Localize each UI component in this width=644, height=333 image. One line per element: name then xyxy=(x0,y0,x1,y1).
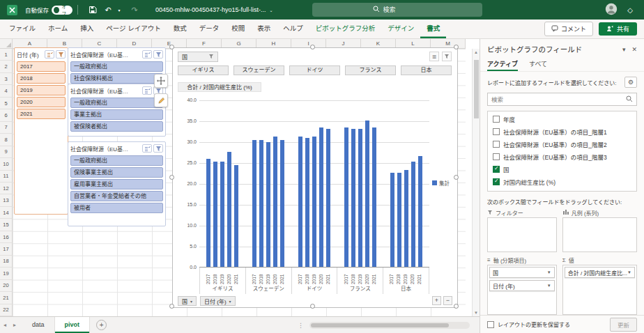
field-checkbox[interactable] xyxy=(493,178,500,185)
selection-handle[interactable] xyxy=(454,45,459,49)
bar[interactable] xyxy=(312,137,316,267)
collapse-button[interactable]: − xyxy=(443,296,452,305)
slicer-item[interactable]: 2019 xyxy=(17,85,66,95)
bar[interactable] xyxy=(418,156,422,267)
row-header[interactable]: 3 xyxy=(0,73,13,85)
axis-field-button[interactable]: 日付 (年)▾ xyxy=(200,296,236,306)
multiselect-icon[interactable] xyxy=(142,86,152,95)
bar[interactable] xyxy=(404,170,408,267)
selection-handle[interactable] xyxy=(454,304,459,309)
fields-search-box[interactable] xyxy=(487,93,637,106)
slicer-item[interactable]: 社会保険料拠出 xyxy=(70,73,163,84)
clear-filter-icon[interactable] xyxy=(56,50,66,59)
update-button[interactable]: 更新 xyxy=(610,318,637,332)
pivot-chart[interactable]: 国 ≣ イギリススウェーデンドイツフランス日本 合計 / 対国内総生産比 (%)… xyxy=(172,47,458,308)
field-checkbox[interactable] xyxy=(493,153,500,160)
legend-drop-area[interactable] xyxy=(562,217,637,252)
bar[interactable] xyxy=(234,165,238,267)
pane-tab-active[interactable]: アクティブ xyxy=(487,59,518,71)
row-header[interactable]: 21 xyxy=(0,292,13,304)
bar[interactable] xyxy=(390,173,394,267)
slicer-source-level2[interactable]: 社会保障財源（EU基… 一般政府拠出事業主拠出被保険者拠出 xyxy=(68,84,166,137)
search-input[interactable] xyxy=(383,6,422,13)
slicer-item[interactable]: 被保険者拠出 xyxy=(70,121,163,132)
row-header[interactable]: 7 xyxy=(0,122,13,134)
selection-handle[interactable] xyxy=(454,175,459,180)
field-list-item[interactable]: 社会保障財源（EU基準）の項目_階層3 xyxy=(488,150,636,163)
clear-filter-icon[interactable] xyxy=(153,50,163,59)
row-header[interactable]: 8 xyxy=(0,134,13,146)
slicer-source-level3[interactable]: 社会保障財源（EU基… 一般政府拠出保険事業主拠出雇用事業主拠出自営業者・年金受… xyxy=(68,141,166,226)
country-filter-button[interactable]: スウェーデン xyxy=(233,65,284,75)
row-header[interactable]: 18 xyxy=(0,256,13,268)
area-field-pill[interactable]: 合計 / 対国内総生産比...▼ xyxy=(565,267,635,278)
field-list-item[interactable]: 社会保障財源（EU基準）の項目_階層2 xyxy=(488,138,636,150)
row-header[interactable]: 15 xyxy=(0,219,13,231)
expand-button[interactable]: + xyxy=(432,296,441,305)
ribbon-tab[interactable]: 校閲 xyxy=(225,20,251,38)
country-filter-button[interactable]: 日本 xyxy=(401,65,452,75)
move-handle-icon[interactable] xyxy=(154,74,168,88)
area-field-pill[interactable]: 国▼ xyxy=(489,267,555,278)
bar[interactable] xyxy=(220,162,224,267)
field-list-item[interactable]: 国 xyxy=(488,163,636,176)
field-list-item[interactable]: 社会保障財源（EU基準）の項目_階層1 xyxy=(488,125,636,138)
ribbon-tab[interactable]: ホーム xyxy=(42,20,74,38)
row-header[interactable]: 12 xyxy=(0,183,13,194)
field-checkbox[interactable] xyxy=(493,116,500,123)
select-all-corner[interactable] xyxy=(0,39,13,49)
selection-handle[interactable] xyxy=(169,175,174,180)
slicer-source-level1[interactable]: 社会保障財源（EU基… 一般政府拠出社会保険料拠出 xyxy=(68,47,166,85)
close-icon[interactable]: ✕ xyxy=(631,46,637,53)
bar[interactable] xyxy=(298,137,302,267)
field-list-item[interactable]: 年度 xyxy=(488,113,636,125)
row-header[interactable]: 2 xyxy=(0,61,13,72)
slicer-item[interactable]: 事業主拠出 xyxy=(70,109,163,120)
slicer-item[interactable]: 2020 xyxy=(17,97,66,107)
search-box[interactable] xyxy=(312,3,482,17)
document-title[interactable]: 00450-mhlw-00450437-hyo15-full-list-... … xyxy=(155,6,273,13)
account-avatar[interactable] xyxy=(605,3,618,17)
bar[interactable] xyxy=(206,159,210,267)
row-header[interactable]: 20 xyxy=(0,280,13,292)
selection-handle[interactable] xyxy=(169,304,174,309)
pencil-icon[interactable] xyxy=(154,93,168,107)
row-header[interactable]: 13 xyxy=(0,194,13,206)
multiselect-icon[interactable] xyxy=(45,50,54,59)
slicer-item[interactable]: 一般政府拠出 xyxy=(70,98,163,108)
horizontal-scrollbar[interactable] xyxy=(309,322,470,329)
country-filter-button[interactable]: ドイツ xyxy=(289,65,340,75)
excel-app-icon[interactable] xyxy=(6,4,18,16)
slicer-date[interactable]: 日付 (年) 20172018201920202021 xyxy=(14,47,68,215)
copilot-diamond-icon[interactable]: ◇ xyxy=(627,6,633,14)
undo-dropdown-icon[interactable]: ▾ xyxy=(114,4,125,15)
filters-drop-area[interactable] xyxy=(487,217,557,252)
bar[interactable] xyxy=(397,173,401,267)
autosave-toggle[interactable]: 自動保存 オフ xyxy=(25,6,72,15)
bar[interactable] xyxy=(227,152,231,267)
add-sheet-button[interactable]: + xyxy=(96,320,107,330)
undo-icon[interactable]: ↶ xyxy=(102,4,114,15)
bar[interactable] xyxy=(358,129,362,267)
bar[interactable] xyxy=(305,138,309,267)
ribbon-tab[interactable]: ページ レイアウト xyxy=(100,20,167,38)
ribbon-tab[interactable]: ファイル xyxy=(3,20,42,38)
scroll-up-icon[interactable]: ▲ xyxy=(473,50,480,54)
bar[interactable] xyxy=(372,127,376,267)
values-drop-area[interactable]: 合計 / 対国内総生産比...▼ xyxy=(562,265,637,315)
selection-handle[interactable] xyxy=(310,304,315,309)
sheet-nav-right-icon[interactable]: ▸ xyxy=(10,322,20,328)
bar[interactable] xyxy=(273,137,277,267)
country-filter-button[interactable]: イギリス xyxy=(178,65,229,75)
save-icon[interactable] xyxy=(87,4,98,15)
comments-button[interactable]: コメント xyxy=(544,22,593,36)
slicer-item[interactable]: 一般政府拠出 xyxy=(70,61,163,72)
defer-layout-checkbox[interactable] xyxy=(487,321,494,328)
row-header[interactable]: 19 xyxy=(0,268,13,279)
bar[interactable] xyxy=(213,162,217,267)
fields-search-input[interactable] xyxy=(491,96,623,103)
row-header[interactable]: 11 xyxy=(0,171,13,183)
row-header[interactable]: 6 xyxy=(0,109,13,121)
axis-drop-area[interactable]: 国▼日付 (年)▼ xyxy=(487,265,557,315)
ribbon-tab[interactable]: 表示 xyxy=(251,20,277,38)
